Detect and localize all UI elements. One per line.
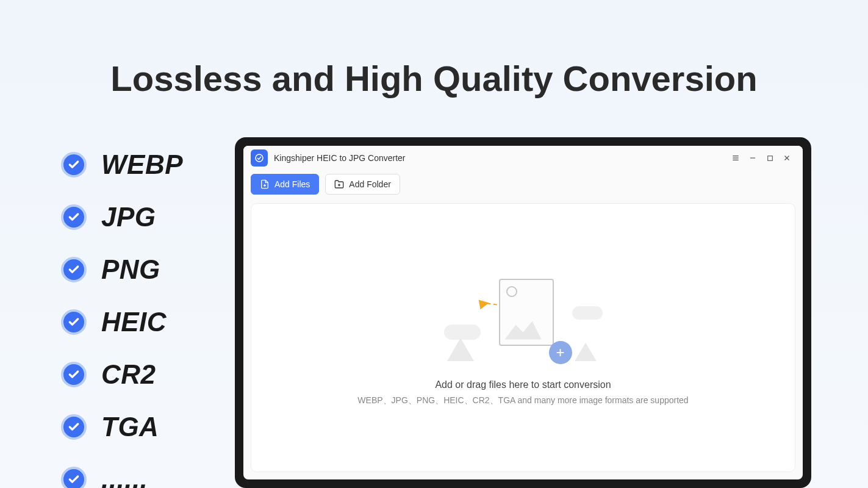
plus-icon: +: [549, 341, 572, 364]
folder-plus-icon: [334, 179, 344, 189]
dropzone-illustration: +: [444, 270, 603, 367]
check-icon: [61, 467, 87, 488]
titlebar: Kingshiper HEIC to JPG Converter: [243, 146, 803, 170]
format-label: JPG: [101, 202, 156, 232]
format-item: CR2: [61, 359, 183, 390]
svg-rect-5: [767, 156, 772, 160]
add-files-label: Add Files: [274, 179, 310, 189]
paper-plane-icon: [478, 298, 490, 309]
format-label: CR2: [101, 359, 156, 390]
format-list: WEBP JPG PNG HEIC CR2 TGA ......: [61, 149, 183, 488]
format-item: ......: [61, 464, 183, 488]
app-window: Kingshiper HEIC to JPG Converter Add Fil…: [243, 146, 803, 479]
format-item: JPG: [61, 202, 183, 232]
format-label: HEIC: [101, 307, 167, 337]
minimize-button[interactable]: [744, 149, 761, 167]
app-frame: Kingshiper HEIC to JPG Converter Add Fil…: [235, 137, 811, 488]
format-item: HEIC: [61, 307, 183, 337]
add-files-button[interactable]: Add Files: [251, 174, 319, 195]
check-icon: [61, 362, 87, 387]
check-icon: [61, 257, 87, 282]
add-folder-label: Add Folder: [349, 179, 390, 189]
format-label: WEBP: [101, 149, 183, 180]
format-label: TGA: [101, 412, 159, 442]
file-plus-icon: [260, 179, 270, 189]
format-item: TGA: [61, 412, 183, 442]
page-headline: Lossless and High Quality Conversion: [110, 58, 757, 99]
app-logo-icon: [251, 149, 268, 167]
close-button[interactable]: [778, 149, 795, 167]
check-icon: [61, 204, 87, 230]
dropzone-text: Add or drag files here to start conversi…: [435, 379, 611, 390]
menu-icon[interactable]: [727, 149, 744, 167]
maximize-button[interactable]: [761, 149, 778, 167]
svg-point-0: [256, 154, 263, 162]
add-folder-button[interactable]: Add Folder: [325, 174, 400, 195]
format-label: PNG: [101, 254, 160, 285]
image-frame-icon: [499, 279, 554, 346]
format-label: ......: [101, 464, 148, 488]
format-item: PNG: [61, 254, 183, 285]
dropzone[interactable]: + Add or drag files here to start conver…: [251, 203, 795, 472]
format-item: WEBP: [61, 149, 183, 180]
app-title: Kingshiper HEIC to JPG Converter: [274, 153, 406, 163]
toolbar: Add Files Add Folder: [243, 170, 803, 203]
check-icon: [61, 414, 87, 440]
check-icon: [61, 152, 87, 178]
dropzone-subtext: WEBP、JPG、PNG、HEIC、CR2、TGA and many more …: [357, 395, 688, 406]
check-icon: [61, 309, 87, 335]
